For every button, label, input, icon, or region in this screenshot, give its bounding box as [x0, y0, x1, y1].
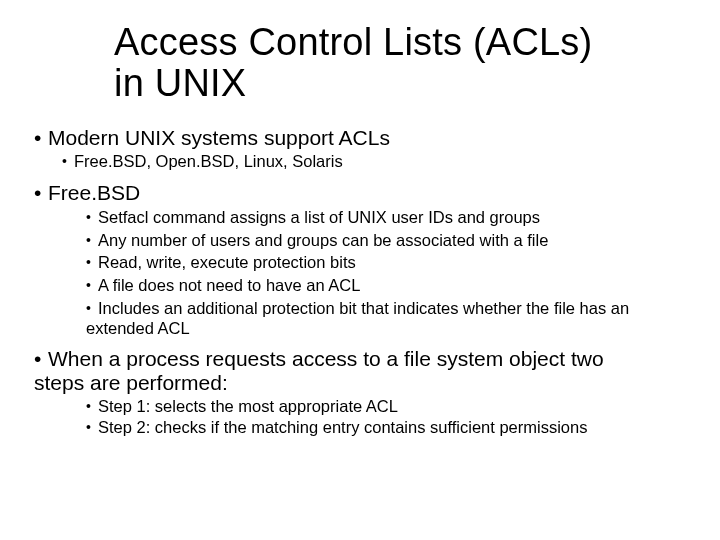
- list-item: Modern UNIX systems support ACLs Free.BS…: [34, 126, 686, 171]
- bullet-text: When a process requests access to a file…: [34, 347, 654, 395]
- slide-title: Access Control Lists (ACLs) in UNIX: [114, 22, 686, 104]
- list-item: Step 1: selects the most appropriate ACL: [86, 397, 686, 416]
- list-item: A file does not need to have an ACL: [86, 275, 686, 296]
- bullet-list-level-2: Free.BSD, Open.BSD, Linux, Solaris: [62, 152, 686, 171]
- list-item: Setfacl command assigns a list of UNIX u…: [86, 207, 686, 228]
- slide: Access Control Lists (ACLs) in UNIX Mode…: [0, 0, 720, 540]
- title-line-1: Access Control Lists (ACLs): [114, 21, 592, 63]
- bullet-list-level-2: Step 1: selects the most appropriate ACL…: [86, 397, 686, 437]
- list-item: Any number of users and groups can be as…: [86, 230, 686, 251]
- list-item: When a process requests access to a file…: [34, 347, 686, 437]
- title-line-2: in UNIX: [114, 62, 246, 104]
- list-item: Step 2: checks if the matching entry con…: [86, 418, 686, 437]
- list-item: Includes an additional protection bit th…: [86, 298, 686, 339]
- bullet-list-level-3: Setfacl command assigns a list of UNIX u…: [86, 207, 686, 339]
- bullet-text: Free.BSD: [34, 181, 686, 205]
- list-item: Free.BSD Setfacl command assigns a list …: [34, 181, 686, 339]
- list-item: Read, write, execute protection bits: [86, 252, 686, 273]
- bullet-list-level-1: Modern UNIX systems support ACLs Free.BS…: [34, 126, 686, 437]
- slide-content: Modern UNIX systems support ACLs Free.BS…: [34, 126, 686, 437]
- bullet-text: Modern UNIX systems support ACLs: [34, 126, 686, 150]
- list-item: Free.BSD, Open.BSD, Linux, Solaris: [62, 152, 686, 171]
